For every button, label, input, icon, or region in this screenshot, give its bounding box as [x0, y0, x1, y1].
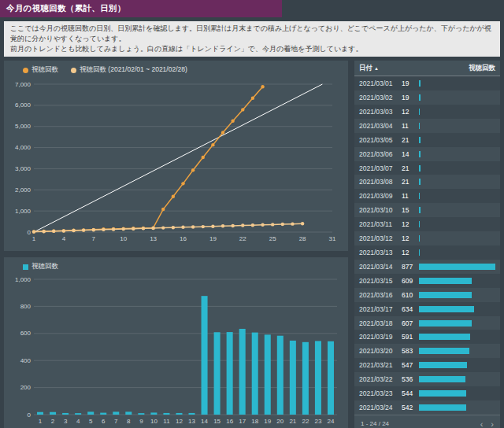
value-text: 607: [402, 319, 419, 327]
date-cell: 2021/03/24: [359, 404, 402, 411]
legend-item-previous-month[interactable]: 視聴回数 (2021/02/01 ~ 2021/02/28): [71, 65, 187, 75]
table-row[interactable]: 2021/03/16610: [354, 288, 500, 302]
date-cell: 2021/03/15: [359, 277, 402, 285]
value-cell: 21: [402, 164, 495, 172]
table-row[interactable]: 2021/03/1312: [354, 245, 500, 260]
table-row[interactable]: 2021/03/0119: [354, 76, 500, 90]
value-text: 610: [402, 291, 419, 299]
data-bar-track: [419, 94, 495, 101]
svg-text:1,000: 1,000: [15, 208, 32, 215]
value-cell: 547: [402, 361, 495, 369]
table-row[interactable]: 2021/03/18607: [354, 316, 500, 330]
svg-text:9: 9: [139, 418, 143, 425]
charts-column: 視聴回数 視聴回数 (2021/02/01 ~ 2021/02/28) 01,0…: [4, 61, 348, 428]
table-row[interactable]: 2021/03/0411: [354, 119, 500, 133]
table-row[interactable]: 2021/03/24542: [354, 400, 500, 415]
date-cell: 2021/03/23: [359, 389, 402, 397]
data-bar-track: [419, 376, 495, 382]
table-row[interactable]: 2021/03/0614: [354, 147, 500, 161]
table-row[interactable]: 2021/03/15609: [354, 274, 500, 288]
report-content: 視聴回数 視聴回数 (2021/02/01 ~ 2021/02/28) 01,0…: [0, 61, 504, 428]
value-cell: 634: [402, 305, 495, 313]
date-cell: 2021/03/02: [359, 94, 402, 101]
data-bar: [419, 278, 472, 284]
value-text: 14: [402, 150, 419, 158]
table-row[interactable]: 2021/03/14877: [354, 260, 500, 274]
data-bar: [419, 207, 421, 213]
date-cell: 2021/03/06: [359, 150, 402, 158]
table-row[interactable]: 2021/03/0821: [354, 175, 500, 189]
table-footer: 1 - 24 / 24 ‹ ›: [354, 415, 500, 428]
svg-text:6,000: 6,000: [15, 101, 32, 109]
svg-text:7,000: 7,000: [15, 81, 32, 88]
date-cell: 2021/03/16: [359, 291, 402, 299]
table-row[interactable]: 2021/03/23544: [354, 386, 500, 400]
pagination-next-icon[interactable]: ›: [491, 419, 494, 428]
data-bar-track: [419, 193, 495, 199]
table-row[interactable]: 2021/03/20583: [354, 344, 500, 358]
legend-item-current-month[interactable]: 視聴回数: [23, 65, 58, 75]
date-cell: 2021/03/09: [359, 192, 402, 200]
table-row[interactable]: 2021/03/17634: [354, 302, 500, 316]
svg-text:2,000: 2,000: [15, 186, 32, 194]
value-text: 544: [402, 389, 419, 397]
date-cell: 2021/03/22: [359, 375, 402, 383]
table-row[interactable]: 2021/03/21547: [354, 358, 500, 372]
value-text: 591: [402, 333, 419, 341]
legend-item-daily-views[interactable]: 視聴回数: [23, 262, 58, 271]
data-bar: [419, 390, 466, 397]
svg-text:8: 8: [127, 418, 131, 425]
cumulative-line-chart[interactable]: 01,0002,0003,0004,0005,0006,0007,0001471…: [7, 76, 343, 245]
table-row[interactable]: 2021/03/1212: [354, 231, 500, 245]
date-cell: 2021/03/11: [359, 220, 402, 228]
table-row[interactable]: 2021/03/22536: [354, 372, 500, 386]
pagination-prev-icon[interactable]: ‹: [480, 419, 484, 428]
value-cell: 12: [402, 234, 495, 242]
table-body: 2021/03/01192021/03/02192021/03/03122021…: [354, 76, 500, 415]
data-bar: [419, 404, 466, 411]
value-text: 12: [402, 234, 419, 242]
data-bar-track: [419, 221, 495, 227]
legend-label-previous: 視聴回数 (2021/02/01 ~ 2021/02/28): [80, 65, 187, 75]
data-bar: [419, 235, 420, 242]
bar-chart-legend: 視聴回数: [7, 260, 345, 273]
value-text: 15: [402, 206, 419, 214]
data-bar-track: [419, 207, 495, 213]
value-cell: 609: [402, 277, 495, 285]
legend-label-current: 視聴回数: [32, 65, 58, 75]
value-text: 21: [402, 136, 419, 144]
svg-text:4: 4: [76, 418, 80, 425]
svg-text:16: 16: [226, 418, 233, 425]
value-cell: 21: [402, 136, 495, 144]
table-row[interactable]: 2021/03/0911: [354, 189, 500, 203]
value-text: 21: [402, 178, 419, 186]
data-bar-track: [419, 109, 495, 115]
table-row[interactable]: 2021/03/19591: [354, 330, 500, 344]
data-bar: [419, 179, 421, 185]
data-bar-track: [419, 137, 495, 143]
svg-text:21: 21: [289, 418, 296, 425]
column-header-value[interactable]: 視聴回数: [469, 64, 495, 73]
column-header-date-label: 日付: [359, 64, 372, 72]
daily-bar-chart[interactable]: 02004006008001,0001234567891011121314151…: [7, 273, 343, 427]
table-row[interactable]: 2021/03/1015: [354, 203, 500, 217]
date-cell: 2021/03/05: [359, 136, 402, 144]
column-header-date[interactable]: 日付▲: [359, 64, 379, 73]
data-bar-track: [419, 306, 495, 312]
value-text: 547: [402, 361, 419, 369]
value-text: 609: [402, 277, 419, 285]
table-row[interactable]: 2021/03/0312: [354, 105, 500, 119]
date-cell: 2021/03/03: [359, 108, 402, 116]
data-bar: [419, 221, 420, 227]
date-cell: 2021/03/14: [359, 263, 402, 271]
report-page: 今月の視聴回数（累計、日別） ここでは今月の視聴回数の日別、日別累計を確認します…: [0, 0, 504, 428]
table-row[interactable]: 2021/03/0721: [354, 161, 500, 175]
value-cell: 607: [402, 319, 495, 327]
date-cell: 2021/03/21: [359, 361, 402, 369]
svg-text:5,000: 5,000: [15, 123, 32, 130]
table-row[interactable]: 2021/03/0219: [354, 90, 500, 105]
value-cell: 15: [402, 206, 495, 214]
table-row[interactable]: 2021/03/1112: [354, 217, 500, 231]
value-text: 11: [402, 122, 419, 130]
table-row[interactable]: 2021/03/0521: [354, 133, 500, 147]
